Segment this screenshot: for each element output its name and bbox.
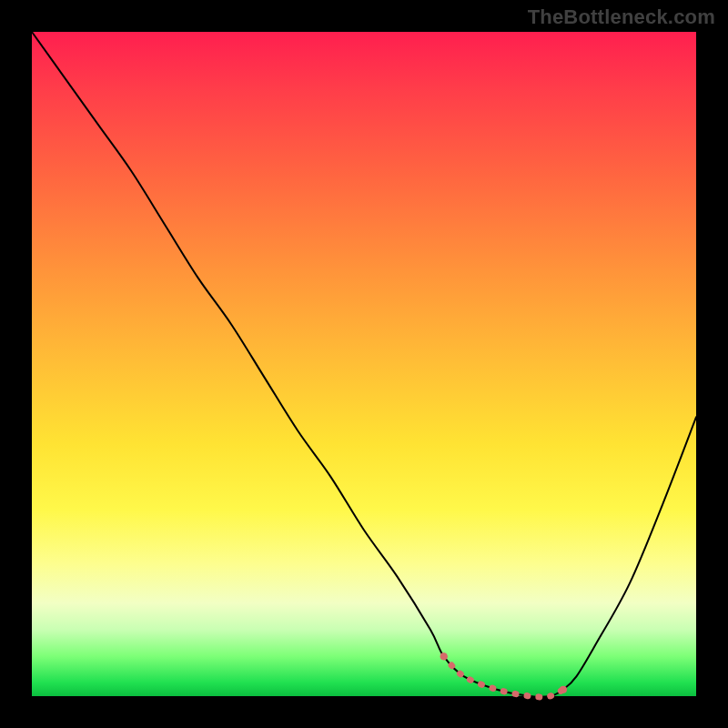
optimal-range-marker — [444, 656, 563, 697]
plot-area — [32, 32, 696, 696]
bottleneck-curve — [32, 32, 696, 697]
optimal-range-start-dot — [440, 652, 448, 660]
optimal-range-end-dot — [560, 686, 567, 693]
chart-frame: TheBottleneck.com — [0, 0, 728, 728]
watermark-text: TheBottleneck.com — [528, 5, 715, 29]
curve-svg — [32, 32, 696, 696]
